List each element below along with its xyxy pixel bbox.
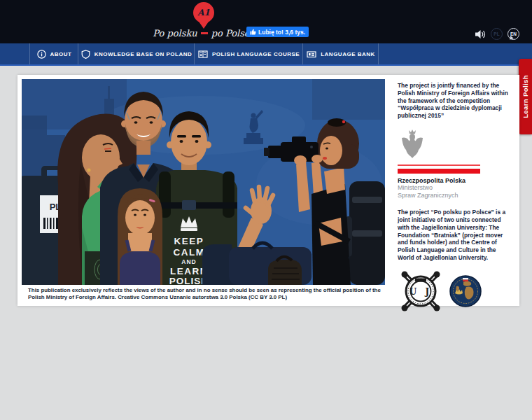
info-icon <box>37 50 46 59</box>
site-title-left: Po polsku <box>153 28 197 38</box>
nav-knowledge-base-label: KNOWLEDGE BASE ON POLAND <box>94 51 192 57</box>
book-icon <box>198 50 208 59</box>
facebook-like-label: Lubię to! 3,6 tys. <box>258 29 305 36</box>
site-title: Po polsku po Polsce <box>148 28 260 38</box>
thumbs-up-icon <box>250 29 256 35</box>
funding-note: The project is jointly financed by the P… <box>398 82 511 120</box>
luggage-bags <box>202 243 312 285</box>
language-toggle-pl[interactable]: PL <box>491 28 503 40</box>
nav-item-language-bank[interactable]: LANGUAGE BANK <box>302 43 379 64</box>
speaker-icon[interactable] <box>475 29 486 42</box>
nav-about-label: ABOUT <box>50 51 72 57</box>
language-toggle-en[interactable]: EN <box>507 28 519 40</box>
sidebar: The project is jointly financed by the P… <box>398 82 511 314</box>
nav-language-course-label: POLISH LANGUAGE COURSE <box>212 51 300 57</box>
shirt-line-3: AND <box>181 258 196 265</box>
ministry-bar-thick <box>398 169 480 174</box>
project-note: The project “Po polsku po Polsce” is a j… <box>398 209 511 261</box>
jagiellonian-centre-globe-logo <box>449 275 482 307</box>
learn-polish-label: Learn Polish <box>522 75 529 118</box>
language-en-label: EN <box>510 31 517 36</box>
course-level-badge: A1 <box>197 8 210 18</box>
shirt-line-2: CALM <box>174 247 205 258</box>
nav-item-about[interactable]: ABOUT <box>29 43 78 64</box>
nav-item-knowledge-base[interactable]: KNOWLEDGE BASE ON POLAND <box>78 43 195 64</box>
partner-logos: U J <box>398 269 511 314</box>
facebook-like-button[interactable]: Lubię to! 3,6 tys. <box>246 27 309 37</box>
header: A1 Po polsku po Polsce Lubię to! 3,6 tys… <box>0 0 532 43</box>
shield-icon <box>81 50 90 59</box>
content-panel: PL <box>18 75 519 306</box>
shirt-line-4: LEARN <box>170 266 208 276</box>
ministry-name-line2: Spraw Zagranicznych <box>398 192 511 200</box>
main-navigation: ABOUT KNOWLEDGE BASE ON POLAND POLISH LA… <box>0 43 532 66</box>
girl-front <box>118 188 162 285</box>
ministry-country: Rzeczpospolita Polska <box>398 177 511 184</box>
ministry-bar-thin <box>398 164 480 166</box>
site-logo: A1 Po polsku po Polsce <box>148 2 260 38</box>
map-pin-icon: A1 <box>193 2 214 23</box>
bratniak-uj-letters: U J <box>410 287 432 297</box>
banknote-icon <box>307 50 316 59</box>
polish-eagle-emblem <box>399 128 426 159</box>
nav-language-bank-label: LANGUAGE BANK <box>321 51 375 57</box>
nav-separator <box>378 43 379 64</box>
title-dash <box>201 32 208 35</box>
shirt-line-1: KEEP <box>174 236 204 246</box>
learn-polish-tab[interactable]: Learn Polish <box>519 59 532 134</box>
language-pl-label: PL <box>493 31 499 36</box>
bratniak-uj-seal-logo: U J <box>398 269 444 314</box>
nav-item-language-course[interactable]: POLISH LANGUAGE COURSE <box>194 43 303 64</box>
page: A1 Po polsku po Polsce Lubię to! 3,6 tys… <box>0 0 532 420</box>
ministry-name-line1: Ministerstwo <box>398 184 511 192</box>
disclaimer-text: This publication exclusively reflects th… <box>28 287 384 302</box>
travellers-illustration: PL <box>22 79 385 285</box>
